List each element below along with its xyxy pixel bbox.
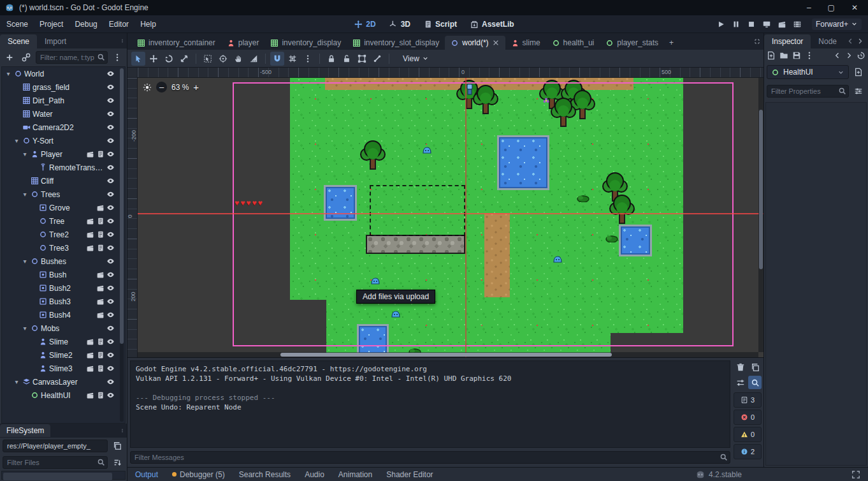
tree-node-World[interactable]: ▾ World xyxy=(2,67,125,80)
menu-editor[interactable]: Editor xyxy=(109,20,129,29)
instance-scene-button[interactable] xyxy=(19,50,33,64)
output-filter-input[interactable] xyxy=(130,451,730,464)
visibility-eye-icon[interactable] xyxy=(106,177,115,185)
filesystem-path[interactable]: res://Player/player_empty_ xyxy=(3,440,108,452)
visibility-eye-icon[interactable] xyxy=(106,137,115,145)
history-icon[interactable] xyxy=(857,51,865,60)
add-node-button[interactable] xyxy=(3,50,17,64)
pause-button[interactable] xyxy=(729,17,743,31)
skeleton-options[interactable] xyxy=(370,52,384,66)
tree-node-CanvasLayer[interactable]: ▾ CanvasLayer xyxy=(2,375,125,389)
tree-node-Slime3[interactable]: Slime3 xyxy=(2,362,125,375)
file-sort-button[interactable] xyxy=(110,455,124,470)
distraction-free-icon[interactable] xyxy=(755,37,763,46)
history-back-icon[interactable] xyxy=(834,52,841,59)
load-resource-icon[interactable] xyxy=(779,51,788,60)
collapse-arrow-icon[interactable]: ▾ xyxy=(4,70,12,77)
sun-icon[interactable] xyxy=(143,83,152,92)
bottom-panel-animation[interactable]: Animation xyxy=(338,470,372,479)
toggle-split-mode-button[interactable] xyxy=(110,439,124,453)
open-scene-icon[interactable] xyxy=(86,351,94,359)
minimize-button[interactable]: – xyxy=(807,3,811,12)
tree-node-grass_field[interactable]: grass_field xyxy=(2,80,125,94)
scene-tab-slime[interactable]: slime xyxy=(505,36,546,50)
group-selected[interactable] xyxy=(355,52,369,66)
extra-resource-options-button[interactable] xyxy=(851,65,865,79)
collapse-arrow-icon[interactable]: ▾ xyxy=(13,378,20,385)
clear-output-button[interactable] xyxy=(734,360,747,374)
expand-bottom-panel-icon[interactable] xyxy=(851,470,860,479)
open-scene-icon[interactable] xyxy=(86,391,94,399)
open-scene-icon[interactable] xyxy=(96,297,105,306)
list-select-tool[interactable] xyxy=(201,52,215,66)
tab-import[interactable]: Import xyxy=(37,34,74,48)
tree-node-Cliff[interactable]: Cliff xyxy=(2,174,125,188)
open-scene-icon[interactable] xyxy=(86,337,94,346)
pivot-tool[interactable] xyxy=(216,52,230,66)
filesystem-list[interactable] xyxy=(1,471,126,480)
filter-editor-messages-toggle[interactable]: 2 xyxy=(734,444,762,459)
zoom-level[interactable]: 63 % xyxy=(171,83,189,92)
pan-tool[interactable] xyxy=(231,52,245,66)
script-icon[interactable] xyxy=(96,150,105,158)
tree-node-Mobs[interactable]: ▾ Mobs xyxy=(2,322,125,335)
visibility-eye-icon[interactable] xyxy=(106,83,115,91)
tree-node-Slime2[interactable]: Slime2 xyxy=(2,348,125,362)
visibility-eye-icon[interactable] xyxy=(106,190,115,198)
collapse-arrow-icon[interactable]: ▾ xyxy=(21,325,29,332)
visibility-eye-icon[interactable] xyxy=(106,217,115,225)
script-icon[interactable] xyxy=(96,244,105,252)
scene-tab-world[interactable]: world(*) xyxy=(445,36,505,50)
bottom-panel-shader-editor[interactable]: Shader Editor xyxy=(386,470,433,479)
visibility-eye-icon[interactable] xyxy=(106,311,115,319)
visibility-eye-icon[interactable] xyxy=(106,163,115,172)
view-menu[interactable]: View xyxy=(398,52,434,65)
visibility-eye-icon[interactable] xyxy=(106,351,115,359)
edited-object-dropdown[interactable]: HealthUI xyxy=(767,65,849,79)
visibility-eye-icon[interactable] xyxy=(106,96,115,105)
tree-node-HealthUI[interactable]: HealthUI xyxy=(2,389,125,402)
script-icon[interactable] xyxy=(96,217,105,225)
scene-tab-inventory_container[interactable]: inventory_container xyxy=(131,36,221,50)
horizontal-scrollbar[interactable] xyxy=(138,352,758,357)
open-scene-icon[interactable] xyxy=(86,244,94,252)
snap-options[interactable] xyxy=(301,52,315,66)
menu-project[interactable]: Project xyxy=(40,20,63,29)
tree-scrollbar[interactable] xyxy=(120,68,124,422)
zoom-out-button[interactable]: – xyxy=(156,82,167,93)
file-list-item[interactable] xyxy=(3,473,112,480)
script-icon[interactable] xyxy=(96,351,105,359)
play-scene-button[interactable] xyxy=(760,17,774,31)
next-tab-icon[interactable] xyxy=(857,38,864,45)
menu-scene[interactable]: Scene xyxy=(6,20,28,29)
workspace-3d[interactable]: 3D xyxy=(389,20,410,29)
vertical-scrollbar[interactable] xyxy=(758,78,763,352)
tree-node-Y-Sort[interactable]: ▾ Y-Sort xyxy=(2,134,125,147)
tree-node-Tree2[interactable]: Tree2 xyxy=(2,228,125,241)
scale-tool[interactable] xyxy=(177,52,191,66)
visibility-eye-icon[interactable] xyxy=(106,204,115,212)
visibility-eye-icon[interactable] xyxy=(106,150,115,158)
tree-node-RemoteTransform2D[interactable]: RemoteTransform2D xyxy=(2,161,125,174)
visibility-eye-icon[interactable] xyxy=(106,284,115,292)
lock-selected[interactable] xyxy=(324,52,338,66)
scene-tree-menu-button[interactable] xyxy=(110,50,124,64)
visibility-eye-icon[interactable] xyxy=(106,110,115,118)
visibility-eye-icon[interactable] xyxy=(106,337,115,346)
movie-maker-button[interactable] xyxy=(790,17,804,31)
tree-node-Bush[interactable]: Bush xyxy=(2,268,125,281)
new-resource-icon[interactable] xyxy=(767,51,776,60)
collapse-arrow-icon[interactable]: ▾ xyxy=(21,151,29,158)
filter-warnings-toggle[interactable]: 0 xyxy=(734,427,762,442)
close-button[interactable]: ✕ xyxy=(851,3,858,12)
tree-node-Slime[interactable]: Slime xyxy=(2,335,125,348)
close-tab-icon[interactable] xyxy=(492,39,500,47)
visibility-eye-icon[interactable] xyxy=(106,123,115,131)
scene-tab-inventory_slot_display[interactable]: inventory_slot_display xyxy=(347,36,445,50)
ruler-tool[interactable] xyxy=(247,52,261,66)
tree-node-Camera2D2[interactable]: Camera2D2 xyxy=(2,121,125,134)
visibility-eye-icon[interactable] xyxy=(106,70,115,78)
tree-node-Bushes[interactable]: ▾ Bushes xyxy=(2,255,125,268)
maximize-button[interactable]: ▢ xyxy=(828,3,835,12)
visibility-eye-icon[interactable] xyxy=(106,257,115,265)
